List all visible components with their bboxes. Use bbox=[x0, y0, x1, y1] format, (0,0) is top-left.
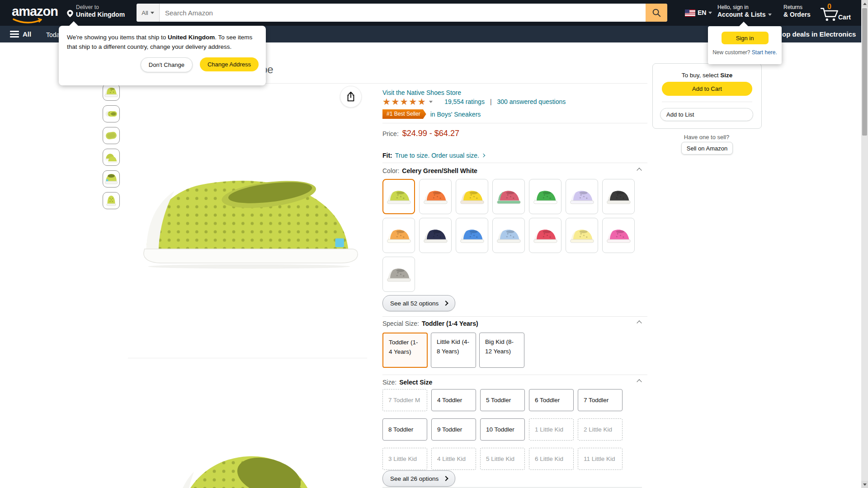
nav-all-menu[interactable]: All bbox=[10, 29, 31, 39]
search-category-dropdown[interactable]: All bbox=[137, 4, 160, 22]
size-option[interactable]: 2 Little Kid bbox=[578, 418, 623, 441]
size-option[interactable]: 9 Toddler bbox=[431, 418, 476, 441]
deliver-to-eyebrow: Deliver to bbox=[76, 5, 125, 11]
color-swatch[interactable] bbox=[492, 218, 525, 253]
thumbnail-pair-view[interactable] bbox=[103, 149, 120, 166]
share-button[interactable] bbox=[340, 86, 362, 108]
size-option[interactable]: 7 Toddler M bbox=[382, 389, 427, 411]
swatch-shoe-icon bbox=[495, 188, 522, 206]
returns-orders[interactable]: Returns & Orders bbox=[783, 5, 811, 19]
special-size-option[interactable]: Toddler (1-4 Years) bbox=[382, 333, 428, 368]
color-swatch[interactable] bbox=[566, 179, 598, 214]
change-address-button[interactable]: Change Address bbox=[200, 57, 259, 71]
see-all-sizes-label: See all 26 options bbox=[390, 475, 439, 482]
language-selector[interactable]: EN bbox=[685, 9, 712, 17]
color-row: Color: Celery Green/Shell White bbox=[382, 167, 477, 174]
color-value: Celery Green/Shell White bbox=[402, 167, 477, 174]
rating-dropdown-icon[interactable] bbox=[429, 101, 433, 103]
answered-questions-link[interactable]: 300 answered questions bbox=[497, 98, 566, 105]
deliver-to-selector[interactable]: Deliver to United Kingdom bbox=[66, 5, 125, 19]
size-options: 7 Toddler M4 Toddler5 Toddler6 Toddler7 … bbox=[382, 389, 629, 477]
delivery-address-popover: We're showing you items that ship to Uni… bbox=[59, 26, 266, 85]
bestseller-badge[interactable]: #1 Best Seller bbox=[382, 109, 426, 119]
color-swatch[interactable] bbox=[529, 179, 561, 214]
fit-row: Fit: True to size. Order usual size. bbox=[382, 152, 485, 159]
buybox-prompt: To buy, select Size bbox=[653, 72, 761, 79]
color-swatch[interactable] bbox=[419, 179, 452, 214]
color-swatch[interactable] bbox=[602, 179, 635, 214]
share-icon bbox=[346, 91, 356, 102]
thumbnail-side-view[interactable] bbox=[103, 84, 120, 101]
special-size-collapse-icon[interactable] bbox=[637, 320, 642, 325]
star-rating[interactable]: ★★★★★ bbox=[382, 97, 426, 106]
special-size-value: Toddler (1-4 Years) bbox=[422, 320, 478, 327]
size-option[interactable]: 4 Toddler bbox=[431, 389, 476, 411]
color-swatch[interactable] bbox=[566, 218, 598, 253]
thumbnail-sole-view[interactable] bbox=[103, 127, 120, 144]
see-all-colors-button[interactable]: See all 52 options bbox=[382, 295, 455, 311]
swatch-shoe-icon bbox=[532, 188, 558, 206]
fit-link[interactable]: True to size. Order usual size. bbox=[395, 152, 479, 159]
color-swatch[interactable] bbox=[456, 179, 488, 214]
see-all-sizes-button[interactable]: See all 26 options bbox=[382, 470, 455, 487]
see-all-colors-label: See all 52 options bbox=[390, 300, 439, 307]
swatch-shoe-icon bbox=[495, 226, 522, 244]
buybox-prompt-bold: Size bbox=[720, 72, 732, 79]
sell-on-amazon-button[interactable]: Sell on Amazon bbox=[681, 142, 733, 155]
thumbnail-front-view[interactable] bbox=[103, 192, 120, 209]
dont-change-button[interactable]: Don't Change bbox=[141, 57, 193, 72]
special-size-row: Special Size: Toddler (1-4 Years) bbox=[382, 320, 478, 327]
size-option[interactable]: 6 Little Kid bbox=[529, 448, 574, 470]
special-size-option[interactable]: Little Kid (4-8 Years) bbox=[431, 333, 476, 368]
size-option[interactable]: 1 Little Kid bbox=[529, 418, 574, 441]
scrollbar-down-button[interactable] bbox=[861, 481, 868, 488]
new-customer-text: New customer? bbox=[712, 49, 750, 56]
hamburger-menu-icon bbox=[10, 29, 19, 39]
size-option[interactable]: 11 Little Kid bbox=[578, 448, 623, 470]
nav-all-label: All bbox=[23, 30, 31, 38]
start-here-link[interactable]: Start here. bbox=[752, 49, 777, 56]
size-option[interactable]: 8 Toddler bbox=[382, 418, 427, 441]
color-swatch[interactable] bbox=[382, 179, 415, 214]
add-to-cart-button[interactable]: Add to Cart bbox=[662, 82, 752, 96]
size-option[interactable]: 6 Toddler bbox=[529, 389, 574, 411]
scrollbar-up-button[interactable] bbox=[861, 0, 868, 7]
size-option[interactable]: 4 Little Kid bbox=[431, 448, 476, 470]
size-option[interactable]: 5 Toddler bbox=[480, 389, 525, 411]
size-option[interactable]: 3 Little Kid bbox=[382, 448, 427, 470]
swatch-shoe-icon bbox=[422, 226, 448, 244]
nav-deals-electronics-partial[interactable]: op deals in Electronics bbox=[782, 30, 856, 38]
color-swatch[interactable] bbox=[529, 218, 561, 253]
amazon-logo[interactable]: amazon bbox=[12, 5, 58, 26]
size-collapse-icon[interactable] bbox=[637, 379, 642, 384]
ratings-count-link[interactable]: 19,554 ratings bbox=[444, 98, 485, 105]
sign-in-button[interactable]: Sign in bbox=[722, 32, 769, 44]
color-swatch[interactable] bbox=[602, 218, 635, 253]
thumbnail-top-view[interactable] bbox=[103, 105, 120, 122]
product-image-main[interactable] bbox=[128, 85, 367, 356]
scrollbar-thumb[interactable] bbox=[862, 8, 867, 136]
search-button[interactable] bbox=[646, 4, 667, 22]
special-size-option[interactable]: Big Kid (8-12 Years) bbox=[479, 333, 524, 368]
color-swatch[interactable] bbox=[382, 257, 415, 292]
account-eyebrow: Hello, sign in bbox=[717, 5, 772, 11]
product-image-secondary[interactable] bbox=[128, 360, 367, 488]
color-collapse-icon[interactable] bbox=[637, 168, 642, 173]
size-option[interactable]: 7 Toddler bbox=[578, 389, 623, 411]
account-menu[interactable]: Hello, sign in Account & Lists bbox=[717, 5, 772, 19]
swatch-shoe-icon bbox=[605, 188, 632, 206]
size-option[interactable]: 5 Little Kid bbox=[480, 448, 525, 470]
store-link[interactable]: Visit the Native Shoes Store bbox=[382, 89, 461, 96]
color-swatch[interactable] bbox=[382, 218, 415, 253]
color-swatch[interactable] bbox=[492, 179, 525, 214]
add-to-list-button[interactable]: Add to List bbox=[660, 108, 753, 121]
cart-button[interactable]: 0 Cart bbox=[821, 3, 854, 23]
swatch-shoe-icon bbox=[459, 188, 485, 206]
size-option[interactable]: 10 Toddler bbox=[480, 418, 525, 441]
bestseller-category-link[interactable]: in Boys' Sneakers bbox=[430, 111, 481, 118]
color-swatch[interactable] bbox=[419, 218, 452, 253]
color-swatch[interactable] bbox=[456, 218, 488, 253]
thumbnail-heel-view[interactable] bbox=[103, 170, 120, 188]
location-pin-icon bbox=[66, 9, 74, 18]
search-input[interactable] bbox=[160, 4, 646, 22]
